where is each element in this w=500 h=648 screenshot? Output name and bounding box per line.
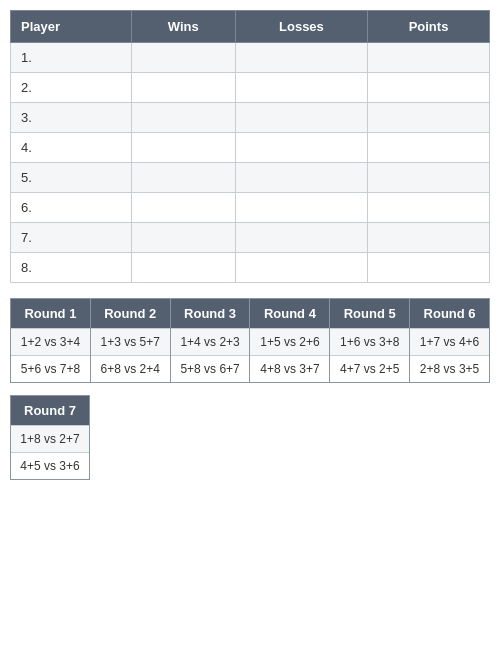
player-num: 8. — [11, 253, 132, 283]
points-cell — [368, 163, 490, 193]
round-1-match-1: 1+2 vs 3+4 — [11, 328, 90, 355]
losses-cell — [235, 133, 367, 163]
losses-header: Losses — [235, 11, 367, 43]
round-1-block: Round 1 1+2 vs 3+4 5+6 vs 7+8 — [10, 298, 91, 383]
wins-cell — [131, 163, 235, 193]
player-num: 6. — [11, 193, 132, 223]
player-num: 7. — [11, 223, 132, 253]
round-7-block: Round 7 1+8 vs 2+7 4+5 vs 3+6 — [10, 395, 90, 480]
table-row: 7. — [11, 223, 490, 253]
losses-cell — [235, 43, 367, 73]
round-5-match-1: 1+6 vs 3+8 — [330, 328, 409, 355]
wins-cell — [131, 103, 235, 133]
player-num: 3. — [11, 103, 132, 133]
round-4-header: Round 4 — [250, 299, 329, 328]
round-6-match-2: 2+8 vs 3+5 — [410, 355, 489, 382]
round-2-match-1: 1+3 vs 5+7 — [91, 328, 170, 355]
rounds-grid: Round 1 1+2 vs 3+4 5+6 vs 7+8 Round 2 1+… — [10, 299, 490, 383]
table-row: 8. — [11, 253, 490, 283]
round-6-header: Round 6 — [410, 299, 489, 328]
points-cell — [368, 223, 490, 253]
round-1-match-2: 5+6 vs 7+8 — [11, 355, 90, 382]
round-4-block: Round 4 1+5 vs 2+6 4+8 vs 3+7 — [249, 298, 330, 383]
table-row: 3. — [11, 103, 490, 133]
points-header: Points — [368, 11, 490, 43]
points-cell — [368, 103, 490, 133]
wins-cell — [131, 193, 235, 223]
losses-cell — [235, 253, 367, 283]
round-7-match-2: 4+5 vs 3+6 — [11, 452, 89, 479]
wins-cell — [131, 133, 235, 163]
round-3-match-1: 1+4 vs 2+3 — [171, 328, 250, 355]
losses-cell — [235, 163, 367, 193]
table-row: 6. — [11, 193, 490, 223]
round-4-match-1: 1+5 vs 2+6 — [250, 328, 329, 355]
round-2-header: Round 2 — [91, 299, 170, 328]
round-5-block: Round 5 1+6 vs 3+8 4+7 vs 2+5 — [329, 298, 410, 383]
table-row: 5. — [11, 163, 490, 193]
round-3-block: Round 3 1+4 vs 2+3 5+8 vs 6+7 — [170, 298, 251, 383]
standings-table: Player Wins Losses Points 1. 2. 3. 4. — [10, 10, 490, 283]
round-3-header: Round 3 — [171, 299, 250, 328]
points-cell — [368, 193, 490, 223]
round-5-header: Round 5 — [330, 299, 409, 328]
player-num: 5. — [11, 163, 132, 193]
table-row: 4. — [11, 133, 490, 163]
round-1-header: Round 1 — [11, 299, 90, 328]
table-row: 1. — [11, 43, 490, 73]
losses-cell — [235, 193, 367, 223]
round-2-block: Round 2 1+3 vs 5+7 6+8 vs 2+4 — [90, 298, 171, 383]
round-7-section: Round 7 1+8 vs 2+7 4+5 vs 3+6 — [10, 395, 490, 480]
table-row: 2. — [11, 73, 490, 103]
losses-cell — [235, 103, 367, 133]
rounds-row-1: Round 1 1+2 vs 3+4 5+6 vs 7+8 Round 2 1+… — [10, 299, 490, 383]
wins-header: Wins — [131, 11, 235, 43]
points-cell — [368, 253, 490, 283]
wins-cell — [131, 223, 235, 253]
player-num: 1. — [11, 43, 132, 73]
round-6-block: Round 6 1+7 vs 4+6 2+8 vs 3+5 — [409, 298, 490, 383]
player-header: Player — [11, 11, 132, 43]
wins-cell — [131, 73, 235, 103]
losses-cell — [235, 73, 367, 103]
points-cell — [368, 133, 490, 163]
round-5-match-2: 4+7 vs 2+5 — [330, 355, 409, 382]
wins-cell — [131, 253, 235, 283]
round-4-match-2: 4+8 vs 3+7 — [250, 355, 329, 382]
round-6-match-1: 1+7 vs 4+6 — [410, 328, 489, 355]
round-3-match-2: 5+8 vs 6+7 — [171, 355, 250, 382]
points-cell — [368, 43, 490, 73]
round-2-match-2: 6+8 vs 2+4 — [91, 355, 170, 382]
player-num: 2. — [11, 73, 132, 103]
player-num: 4. — [11, 133, 132, 163]
wins-cell — [131, 43, 235, 73]
points-cell — [368, 73, 490, 103]
round-7-match-1: 1+8 vs 2+7 — [11, 425, 89, 452]
round-7-header: Round 7 — [11, 396, 89, 425]
losses-cell — [235, 223, 367, 253]
